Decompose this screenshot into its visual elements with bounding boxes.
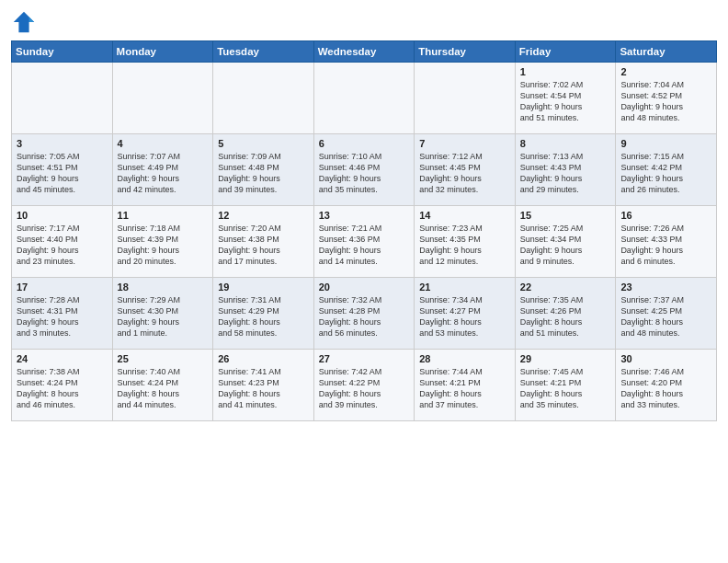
day-number: 18: [118, 282, 209, 293]
day-info: Sunrise: 7:26 AM Sunset: 4:33 PM Dayligh…: [620, 223, 711, 268]
calendar-cell: 4Sunrise: 7:07 AM Sunset: 4:49 PM Daylig…: [112, 134, 213, 206]
calendar-cell: 7Sunrise: 7:12 AM Sunset: 4:45 PM Daylig…: [415, 134, 516, 206]
day-info: Sunrise: 7:25 AM Sunset: 4:34 PM Dayligh…: [520, 223, 611, 268]
day-number: 2: [620, 66, 711, 77]
day-info: Sunrise: 7:04 AM Sunset: 4:52 PM Dayligh…: [620, 79, 711, 124]
day-number: 27: [319, 353, 410, 364]
day-number: 16: [620, 210, 711, 221]
header: [11, 9, 717, 35]
calendar-cell: [213, 63, 314, 134]
day-number: 10: [17, 210, 108, 221]
weekday-header-row: SundayMondayTuesdayWednesdayThursdayFrid…: [12, 41, 717, 63]
calendar-cell: 21Sunrise: 7:34 AM Sunset: 4:27 PM Dayli…: [415, 278, 516, 350]
weekday-header-monday: Monday: [112, 41, 213, 63]
day-info: Sunrise: 7:17 AM Sunset: 4:40 PM Dayligh…: [17, 223, 108, 268]
calendar-cell: 3Sunrise: 7:05 AM Sunset: 4:51 PM Daylig…: [12, 134, 113, 206]
day-number: 29: [520, 353, 611, 364]
day-info: Sunrise: 7:02 AM Sunset: 4:54 PM Dayligh…: [520, 79, 611, 124]
day-info: Sunrise: 7:40 AM Sunset: 4:24 PM Dayligh…: [118, 366, 209, 411]
calendar-cell: [415, 63, 516, 134]
logo: [11, 9, 40, 35]
calendar-cell: 10Sunrise: 7:17 AM Sunset: 4:40 PM Dayli…: [12, 206, 113, 278]
calendar-week-row: 3Sunrise: 7:05 AM Sunset: 4:51 PM Daylig…: [12, 134, 717, 206]
day-number: 19: [218, 282, 309, 293]
day-number: 24: [17, 353, 108, 364]
calendar-cell: 1Sunrise: 7:02 AM Sunset: 4:54 PM Daylig…: [515, 63, 616, 134]
calendar-cell: 9Sunrise: 7:15 AM Sunset: 4:42 PM Daylig…: [616, 134, 717, 206]
day-info: Sunrise: 7:10 AM Sunset: 4:46 PM Dayligh…: [319, 151, 410, 196]
weekday-header-thursday: Thursday: [415, 41, 516, 63]
calendar-cell: 13Sunrise: 7:21 AM Sunset: 4:36 PM Dayli…: [313, 206, 415, 278]
weekday-header-sunday: Sunday: [12, 41, 113, 63]
day-info: Sunrise: 7:09 AM Sunset: 4:48 PM Dayligh…: [218, 151, 309, 196]
day-number: 17: [17, 282, 108, 293]
calendar-cell: 6Sunrise: 7:10 AM Sunset: 4:46 PM Daylig…: [313, 134, 415, 206]
day-number: 21: [419, 282, 510, 293]
day-number: 5: [218, 138, 309, 149]
day-info: Sunrise: 7:31 AM Sunset: 4:29 PM Dayligh…: [218, 294, 309, 339]
day-number: 23: [620, 282, 711, 293]
day-info: Sunrise: 7:38 AM Sunset: 4:24 PM Dayligh…: [17, 366, 108, 411]
day-info: Sunrise: 7:15 AM Sunset: 4:42 PM Dayligh…: [620, 151, 711, 196]
calendar-cell: 20Sunrise: 7:32 AM Sunset: 4:28 PM Dayli…: [313, 278, 415, 350]
calendar-cell: 5Sunrise: 7:09 AM Sunset: 4:48 PM Daylig…: [213, 134, 314, 206]
weekday-header-wednesday: Wednesday: [313, 41, 415, 63]
calendar-cell: [112, 63, 213, 134]
calendar-cell: 18Sunrise: 7:29 AM Sunset: 4:30 PM Dayli…: [112, 278, 213, 350]
weekday-header-saturday: Saturday: [616, 41, 717, 63]
day-number: 22: [520, 282, 611, 293]
day-number: 30: [620, 353, 711, 364]
calendar-cell: 11Sunrise: 7:18 AM Sunset: 4:39 PM Dayli…: [112, 206, 213, 278]
day-info: Sunrise: 7:34 AM Sunset: 4:27 PM Dayligh…: [419, 294, 510, 339]
calendar-cell: 25Sunrise: 7:40 AM Sunset: 4:24 PM Dayli…: [112, 350, 213, 421]
day-info: Sunrise: 7:35 AM Sunset: 4:26 PM Dayligh…: [520, 294, 611, 339]
day-info: Sunrise: 7:13 AM Sunset: 4:43 PM Dayligh…: [520, 151, 611, 196]
calendar-cell: 15Sunrise: 7:25 AM Sunset: 4:34 PM Dayli…: [515, 206, 616, 278]
day-number: 7: [419, 138, 510, 149]
day-number: 11: [118, 210, 209, 221]
calendar-week-row: 1Sunrise: 7:02 AM Sunset: 4:54 PM Daylig…: [12, 63, 717, 134]
day-info: Sunrise: 7:20 AM Sunset: 4:38 PM Dayligh…: [218, 223, 309, 268]
calendar-week-row: 17Sunrise: 7:28 AM Sunset: 4:31 PM Dayli…: [12, 278, 717, 350]
calendar-cell: 16Sunrise: 7:26 AM Sunset: 4:33 PM Dayli…: [616, 206, 717, 278]
weekday-header-tuesday: Tuesday: [213, 41, 314, 63]
day-number: 8: [520, 138, 611, 149]
day-number: 20: [319, 282, 410, 293]
day-number: 12: [218, 210, 309, 221]
day-number: 25: [118, 353, 209, 364]
day-info: Sunrise: 7:23 AM Sunset: 4:35 PM Dayligh…: [419, 223, 510, 268]
main-container: SundayMondayTuesdayWednesdayThursdayFrid…: [0, 0, 728, 427]
day-number: 9: [620, 138, 711, 149]
calendar-cell: 26Sunrise: 7:41 AM Sunset: 4:23 PM Dayli…: [213, 350, 314, 421]
day-info: Sunrise: 7:29 AM Sunset: 4:30 PM Dayligh…: [118, 294, 209, 339]
calendar-table: SundayMondayTuesdayWednesdayThursdayFrid…: [11, 40, 717, 421]
calendar-cell: [12, 63, 113, 134]
day-info: Sunrise: 7:44 AM Sunset: 4:21 PM Dayligh…: [419, 366, 510, 411]
day-info: Sunrise: 7:12 AM Sunset: 4:45 PM Dayligh…: [419, 151, 510, 196]
calendar-cell: 30Sunrise: 7:46 AM Sunset: 4:20 PM Dayli…: [616, 350, 717, 421]
day-number: 14: [419, 210, 510, 221]
calendar-cell: 24Sunrise: 7:38 AM Sunset: 4:24 PM Dayli…: [12, 350, 113, 421]
day-number: 1: [520, 66, 611, 77]
day-number: 4: [118, 138, 209, 149]
day-info: Sunrise: 7:28 AM Sunset: 4:31 PM Dayligh…: [17, 294, 108, 339]
calendar-week-row: 24Sunrise: 7:38 AM Sunset: 4:24 PM Dayli…: [12, 350, 717, 421]
calendar-cell: 14Sunrise: 7:23 AM Sunset: 4:35 PM Dayli…: [415, 206, 516, 278]
logo-icon: [11, 9, 37, 35]
day-info: Sunrise: 7:37 AM Sunset: 4:25 PM Dayligh…: [620, 294, 711, 339]
calendar-week-row: 10Sunrise: 7:17 AM Sunset: 4:40 PM Dayli…: [12, 206, 717, 278]
calendar-cell: 17Sunrise: 7:28 AM Sunset: 4:31 PM Dayli…: [12, 278, 113, 350]
calendar-cell: 12Sunrise: 7:20 AM Sunset: 4:38 PM Dayli…: [213, 206, 314, 278]
calendar-cell: 19Sunrise: 7:31 AM Sunset: 4:29 PM Dayli…: [213, 278, 314, 350]
day-number: 15: [520, 210, 611, 221]
calendar-cell: [313, 63, 415, 134]
calendar-cell: 8Sunrise: 7:13 AM Sunset: 4:43 PM Daylig…: [515, 134, 616, 206]
calendar-cell: 28Sunrise: 7:44 AM Sunset: 4:21 PM Dayli…: [415, 350, 516, 421]
day-number: 28: [419, 353, 510, 364]
day-info: Sunrise: 7:18 AM Sunset: 4:39 PM Dayligh…: [118, 223, 209, 268]
calendar-cell: 27Sunrise: 7:42 AM Sunset: 4:22 PM Dayli…: [313, 350, 415, 421]
calendar-cell: 22Sunrise: 7:35 AM Sunset: 4:26 PM Dayli…: [515, 278, 616, 350]
day-number: 26: [218, 353, 309, 364]
day-number: 6: [319, 138, 410, 149]
day-number: 13: [319, 210, 410, 221]
